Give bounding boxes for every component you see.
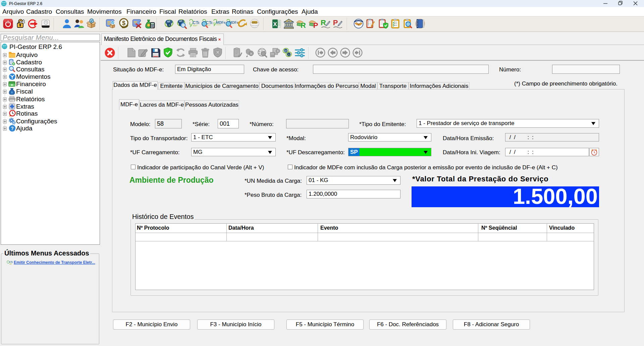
svg-text:P: P xyxy=(313,21,318,29)
svg-text:NF: NF xyxy=(284,50,287,52)
svg-text:P: P xyxy=(333,18,338,27)
svg-text:MDFe: MDFe xyxy=(216,20,225,24)
svg-text:$: $ xyxy=(11,91,13,94)
svg-text:MUMk: MUMk xyxy=(2,2,6,3)
svg-text:X: X xyxy=(273,21,277,27)
svg-text:$: $ xyxy=(122,20,125,26)
svg-text:R: R xyxy=(321,18,326,27)
svg-text:piGestor: piGestor xyxy=(3,46,6,48)
svg-text:SPED: SPED xyxy=(252,21,257,23)
svg-text:CTe: CTe xyxy=(193,20,199,25)
svg-text:€: € xyxy=(277,49,279,53)
svg-text:e: e xyxy=(288,53,289,56)
svg-text:CTe: CTe xyxy=(9,261,13,263)
svg-text:e: e xyxy=(169,23,170,26)
svg-text:NF: NF xyxy=(179,20,182,22)
svg-text:piGest: piGest xyxy=(2,4,5,5)
svg-text:MUMk: MUMk xyxy=(3,45,6,46)
svg-text:R: R xyxy=(301,21,306,29)
svg-text:?: ? xyxy=(11,126,14,131)
svg-text:NF: NF xyxy=(167,20,170,23)
